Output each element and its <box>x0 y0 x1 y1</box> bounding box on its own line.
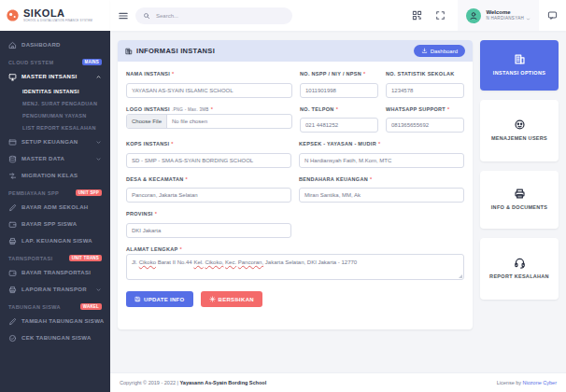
sidebar-item-dashboard[interactable]: DASHBOARD <box>0 36 110 53</box>
option-card-label: MENAJEMEN USERS <box>491 134 547 142</box>
nama-instansi-input[interactable] <box>126 83 292 98</box>
option-card-menajemen-users[interactable]: MENAJEMEN USERS <box>480 100 559 161</box>
choose-file-button[interactable]: Choose File <box>127 115 167 128</box>
option-card-instansi-options[interactable]: INSTANSI OPTIONS <box>480 40 559 91</box>
section-badge-unit-spp: UNIT SPP <box>76 189 102 196</box>
sidebar-item-label: CEK TABUNGAN SISWA <box>21 335 92 341</box>
update-info-button[interactable]: UPDATE INFO <box>126 291 193 307</box>
sidebar-item-label: SETUP KEUANGAN <box>21 139 78 145</box>
sidebar-section-tarnsportasi: TARNSPORTASIUNIT TRANS <box>0 249 110 264</box>
card-body: NAMA INSTANSI* NO. NSPP / NIY / NPSN* NO… <box>118 62 473 318</box>
pen-icon <box>8 317 17 326</box>
sidebar-subitem-identitas-instansi[interactable]: IDENTITAS INSTANSI <box>0 85 110 97</box>
download-icon <box>421 48 428 54</box>
content-area: INFORMASI INSTANSI Dashboard NAMA INSTAN… <box>110 31 566 372</box>
sidebar-item-label: BAYAR TRANSPORTASI <box>21 270 91 275</box>
field-label-whatsapp: WHATSAPP SUPPORT* <box>386 106 464 112</box>
sidebar-item-cek-tabungan-siswa[interactable]: CEK TABUNGAN SISWA <box>0 329 110 346</box>
field-label-nspp: NO. NSPP / NIY / NPSN* <box>300 71 378 77</box>
field-label-bendahara: BENDAHARA KEUANGAN* <box>299 176 464 182</box>
brand-tagline: SCHOOL & DIGITALIZATION FINANCE SYSTEM <box>23 20 92 22</box>
database-icon <box>8 155 17 163</box>
section-badge-wakel: WAKEL <box>80 303 102 310</box>
sidebar-item-setup-keuangan[interactable]: SETUP KEUANGAN <box>0 133 110 150</box>
search-icon <box>143 12 150 20</box>
dashboard-button[interactable]: Dashboard <box>414 45 465 57</box>
field-label-kepsek: KEPSEK - YAYASAN - MUDIR* <box>299 141 464 147</box>
sidebar-item-master-intsansi[interactable]: MASTER INTSANSI <box>0 68 110 85</box>
provinsi-input[interactable] <box>126 223 291 238</box>
option-card-label: INSTANSI OPTIONS <box>493 69 545 77</box>
sidebar-section-tabungan-siswa: TABUNGAN SISWAWAKEL <box>0 298 110 313</box>
sikola-logo-icon <box>6 8 20 22</box>
user-icon <box>469 11 478 21</box>
menu-toggle-icon[interactable] <box>115 7 132 24</box>
statistik-input[interactable] <box>386 83 464 98</box>
printer-icon <box>8 237 17 245</box>
card-title: INFORMASI INSTANSI <box>136 47 215 55</box>
search-input[interactable] <box>154 12 285 20</box>
kops-input[interactable] <box>126 153 291 168</box>
section-badge-mains: MAINS <box>82 59 103 65</box>
headset-icon <box>514 257 526 269</box>
user-menu[interactable]: Welcome N HARDIANSYAH <box>458 0 539 31</box>
sidebar-item-migration-kelas[interactable]: MIGRATION KELAS <box>0 167 110 184</box>
section-label: PEMBIAYAAN SPP <box>8 190 59 196</box>
avatar <box>466 8 481 23</box>
sidebar-subitem-pengumuman-yayasn[interactable]: PENGUMUMAN YAYASN <box>0 109 110 121</box>
sidebar-item-label: MIGRATION KELAS <box>21 173 78 178</box>
migration-icon <box>8 172 17 180</box>
sidebar-item-bayar-spp-siswa[interactable]: BAYAR SPP SISWA <box>0 216 110 232</box>
sidebar-section-cloud-system: CLOUD SYSTEMMAINS <box>0 53 110 68</box>
section-label: TABUNGAN SISWA <box>8 304 61 310</box>
sidebar-item-label: BAYAR SPP SISWA <box>21 221 77 227</box>
sidebar-item-label: LAPORAN TRANSPOR <box>21 287 87 292</box>
bendahara-input[interactable] <box>299 188 464 203</box>
sidebar-subitem-list-report-kesalahan[interactable]: LIST REPORT KESALAHAN <box>0 121 110 133</box>
license-link[interactable]: Niozone Cyber <box>523 380 557 385</box>
sidebar-item-tambah-tabungan-siswa[interactable]: TAMBAH TABUNGAN SISWA <box>0 313 110 329</box>
alamat-textarea[interactable]: Jl. Cikoko Barat II No.44 Kel. Cikoko, K… <box>126 254 464 280</box>
footer: Copyright © 2019 - 2022 | Yayasann As-Sy… <box>110 372 566 392</box>
fullscreen-icon[interactable] <box>429 10 452 21</box>
logo-file-input[interactable]: Choose File No file chosen <box>126 114 292 129</box>
option-card-report-kesalahan[interactable]: REPORT KESALAHAN <box>480 238 559 300</box>
wallet-icon <box>8 220 17 229</box>
printer-icon <box>8 286 17 294</box>
field-label-provinsi: PROVINSI* <box>126 211 291 217</box>
bersihkan-button[interactable]: BERSIHKAN <box>201 291 262 307</box>
field-label-telpon: NO. TELPON* <box>300 106 378 112</box>
check-circle-icon <box>8 334 17 343</box>
pen-icon <box>8 203 17 212</box>
nspp-input[interactable] <box>300 83 378 98</box>
field-label-kops: KOPS INSTANSI* <box>126 141 291 147</box>
sidebar-item-label: DASHBOARD <box>21 42 61 48</box>
whatsapp-input[interactable] <box>386 118 464 133</box>
chat-icon[interactable] <box>539 10 566 21</box>
search-box[interactable] <box>135 7 292 24</box>
sidebar-item-lap-keuangan-siswa[interactable]: LAP. KEUANGAN SISWA <box>0 232 110 249</box>
chevron-down-icon <box>95 287 102 293</box>
kepsek-input[interactable] <box>299 153 464 168</box>
telpon-input[interactable] <box>300 118 378 133</box>
option-card-info-documents[interactable]: INFO & DOCUMENTS <box>480 171 559 229</box>
sidebar-section-pembiayaan-spp: PEMBIAYAAN SPPUNIT SPP <box>0 184 110 199</box>
sidebar-item-laporan-transpor[interactable]: LAPORAN TRANSPOR <box>0 281 110 298</box>
license-text: License by Niozone Cyber <box>497 380 557 385</box>
field-label-nama: NAMA INSTANSI* <box>126 71 292 77</box>
save-icon <box>134 296 141 302</box>
section-badge-unit-trans: UNIT TRANS <box>69 255 102 261</box>
brand-name: SIKOLA <box>23 8 92 19</box>
sidebar-subitem-menj-surat-pengaduan[interactable]: MENJ. SURAT PENGADUAN <box>0 97 110 109</box>
topbar: Welcome N HARDIANSYAH <box>110 0 566 31</box>
main-column: Welcome N HARDIANSYAH INFORMASI INSTANSI <box>110 0 566 392</box>
field-label-desa: DESA & KECAMATAN* <box>126 176 291 182</box>
section-label: TARNSPORTASI <box>8 256 52 261</box>
qr-code-icon[interactable] <box>405 10 429 21</box>
desa-input[interactable] <box>126 188 291 203</box>
sidebar-item-master-data[interactable]: MASTER DATA <box>0 150 110 167</box>
sidebar-item-label: LAP. KEUANGAN SISWA <box>21 238 92 244</box>
brand-logo[interactable]: SIKOLA SCHOOL & DIGITALIZATION FINANCE S… <box>0 0 110 31</box>
sidebar-item-bayar-adm-sekolah[interactable]: BAYAR ADM SEKOLAH <box>0 199 110 216</box>
sidebar-item-bayar-transportasi[interactable]: BAYAR TRANSPORTASI <box>0 264 110 281</box>
